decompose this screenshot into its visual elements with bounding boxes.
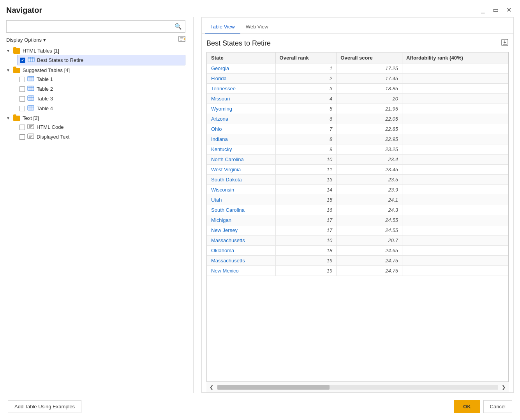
ok-button[interactable]: OK <box>454 400 480 413</box>
tree-item-table1[interactable]: Table 1 <box>17 74 185 84</box>
tabs-bar: Table ViewWeb View <box>202 21 513 34</box>
maximize-button[interactable]: ▭ <box>490 6 501 14</box>
horizontal-scrollbar[interactable]: ❮ ❯ <box>206 382 509 392</box>
chevron-down-icon: ▾ <box>43 37 46 43</box>
window-title: Navigator <box>6 6 42 15</box>
cell-rank: 10 <box>275 155 337 165</box>
table-row: Kentucky923.25 <box>207 144 508 155</box>
cell-rank: 13 <box>275 175 337 185</box>
cell-state: North Carolina <box>207 155 276 165</box>
tree-group-header-text[interactable]: ▼ Text [2] <box>6 114 185 122</box>
tree-group-header-html-tables[interactable]: ▼ HTML Tables [1] <box>6 47 185 55</box>
cell-state: South Dakota <box>207 175 276 185</box>
search-icon: 🔍 <box>175 23 182 30</box>
cell-state: Michigan <box>207 215 276 225</box>
main-content: 🔍 Display Options ▾ ▼ HTML Tables <box>0 17 520 393</box>
minimize-button[interactable]: ⎯ <box>479 6 487 14</box>
preview-title: Best States to Retire <box>206 39 271 47</box>
cell-afford <box>402 155 508 165</box>
cancel-button[interactable]: Cancel <box>483 400 512 413</box>
tree-item-label: Table 2 <box>37 86 53 92</box>
preview-export-button[interactable] <box>501 39 509 48</box>
cell-state: Indiana <box>207 134 276 144</box>
table-icon <box>27 105 34 112</box>
cell-score: 23.5 <box>337 175 402 185</box>
cell-score: 24.55 <box>337 225 402 235</box>
tab-table-view[interactable]: Table View <box>205 21 240 33</box>
text-icon <box>27 134 34 140</box>
tree-group-suggested-tables: ▼ Suggested Tables [4] Table 1 Table 2 T… <box>6 66 185 113</box>
table-row: Arizona622.05 <box>207 114 508 124</box>
cell-score: 24.65 <box>337 246 402 256</box>
tree-item-best-states[interactable]: Best States to Retire <box>17 55 185 65</box>
bottom-right: OK Cancel <box>454 400 512 413</box>
table-row: South Dakota1323.5 <box>207 175 508 185</box>
group-label: HTML Tables [1] <box>23 48 59 54</box>
table-row: New Mexico1924.75 <box>207 266 508 276</box>
tree-item-checkbox[interactable] <box>20 58 25 63</box>
scrollbar-track[interactable] <box>217 385 498 390</box>
table-row: Utah1524.1 <box>207 195 508 205</box>
tree-item-checkbox[interactable] <box>19 106 25 111</box>
data-table: StateOverall rankOverall scoreAffordabil… <box>207 52 508 276</box>
data-table-scroll[interactable]: StateOverall rankOverall scoreAffordabil… <box>207 52 508 381</box>
cell-score: 24.55 <box>337 215 402 225</box>
cell-state: Utah <box>207 195 276 205</box>
add-table-button[interactable]: Add Table Using Examples <box>8 400 81 413</box>
tree-item-table4[interactable]: Table 4 <box>17 104 185 113</box>
tree-item-checkbox[interactable] <box>19 125 25 130</box>
tree-item-label: Best States to Retire <box>37 57 83 63</box>
cell-afford <box>402 195 508 205</box>
search-input[interactable] <box>10 24 175 30</box>
scroll-right-icon[interactable]: ❯ <box>499 384 509 391</box>
table-row: South Carolina1624.3 <box>207 205 508 215</box>
cell-afford <box>402 74 508 84</box>
title-bar: Navigator ⎯ ▭ ✕ <box>0 0 520 17</box>
cell-rank: 17 <box>275 215 337 225</box>
scrollbar-thumb[interactable] <box>217 385 330 390</box>
table-row: New Jersey1724.55 <box>207 225 508 235</box>
cell-state: Ohio <box>207 124 276 134</box>
folder-icon <box>13 68 20 73</box>
tab-web-view[interactable]: Web View <box>240 21 274 33</box>
cell-state: New Jersey <box>207 225 276 235</box>
tree-item-checkbox[interactable] <box>19 86 25 92</box>
cell-afford <box>402 114 508 124</box>
scroll-left-icon[interactable]: ❮ <box>206 384 217 391</box>
tree-item-table3[interactable]: Table 3 <box>17 94 185 104</box>
bottom-left: Add Table Using Examples <box>8 400 81 413</box>
tree-item-checkbox[interactable] <box>19 77 25 82</box>
tree-items-html-tables: Best States to Retire <box>17 55 185 65</box>
display-options-button[interactable]: Display Options ▾ <box>6 37 46 43</box>
cell-score: 23.9 <box>337 185 402 195</box>
expand-icon: ▼ <box>6 116 11 120</box>
table-row: Wyoming521.95 <box>207 104 508 114</box>
transfer-icon-button[interactable] <box>178 36 185 44</box>
display-options-label: Display Options <box>6 37 42 43</box>
left-panel: 🔍 Display Options ▾ ▼ HTML Tables <box>6 17 185 393</box>
preview-header: Best States to Retire <box>206 39 509 48</box>
table-icon <box>27 86 34 92</box>
panel-divider <box>193 17 194 393</box>
cell-rank: 10 <box>275 235 337 246</box>
tree-group-header-suggested-tables[interactable]: ▼ Suggested Tables [4] <box>6 66 185 74</box>
tree-item-table2[interactable]: Table 2 <box>17 84 185 94</box>
tree-item-checkbox[interactable] <box>19 96 25 102</box>
close-button[interactable]: ✕ <box>504 6 514 14</box>
cell-rank: 1 <box>275 63 337 74</box>
tree-item-displayed-text[interactable]: Displayed Text <box>17 132 185 142</box>
cell-score: 22.85 <box>337 124 402 134</box>
cell-afford <box>402 144 508 155</box>
svg-rect-1 <box>28 57 34 62</box>
search-bar: 🔍 <box>6 20 185 33</box>
table-row: Oklahoma1824.65 <box>207 246 508 256</box>
folder-icon <box>13 48 20 54</box>
cell-score: 23.4 <box>337 155 402 165</box>
tree-item-checkbox[interactable] <box>19 134 25 140</box>
table-row: Wisconsin1423.9 <box>207 185 508 195</box>
table-row: Florida217.45 <box>207 74 508 84</box>
tree-item-html-code[interactable]: HTML Code <box>17 122 185 132</box>
cell-afford <box>402 205 508 215</box>
cell-state: South Carolina <box>207 205 276 215</box>
cell-afford <box>402 165 508 175</box>
